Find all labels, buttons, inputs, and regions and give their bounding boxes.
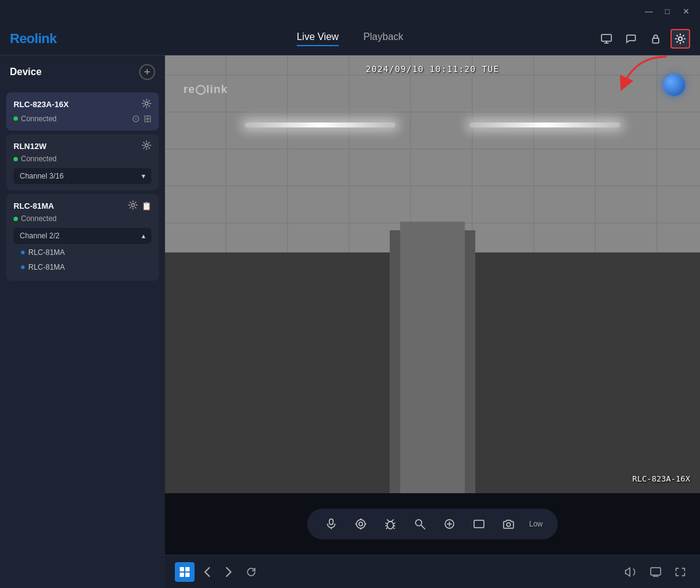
refresh-button[interactable] [241,562,261,582]
status-text: Connected [21,115,57,123]
focus-button[interactable] [440,515,459,533]
tab-live-view[interactable]: Live View [297,31,339,46]
svg-rect-29 [185,567,190,571]
channel-label: Channel 3/16 [20,172,63,180]
toggle-icon-2[interactable]: ⊞ [143,113,151,124]
monitor-icon-btn[interactable] [597,29,616,49]
svg-rect-1 [653,38,659,43]
light-bar-right [470,123,619,127]
svg-point-3 [145,102,148,105]
camera-timestamp: 2024/09/10 10:11:20 TUE [366,64,499,74]
header-actions [592,29,690,49]
status-row-2: Connected [14,155,151,163]
settings-icon-btn[interactable] [670,29,690,49]
chat-icon-btn[interactable] [621,29,641,49]
device-gear-icon-3[interactable] [128,200,138,212]
device-icon-3[interactable]: 📋 [142,201,151,211]
device-card-header: RLC-823A-16X [14,99,151,110]
zoom-button[interactable] [411,515,429,533]
device-status: Connected ⊙ ⊞ [14,113,151,124]
device-gear-icon-2[interactable] [142,140,151,152]
status-row-3: Connected [14,214,151,223]
close-button[interactable]: ✕ [677,4,695,18]
svg-rect-26 [474,520,484,528]
titlebar: — □ ✕ [0,0,700,22]
svg-point-5 [132,204,135,207]
next-button[interactable] [219,562,239,582]
camera-logo: relink [183,83,228,96]
light-bar-left [245,123,395,127]
sidebar-header: Device + [0,55,165,89]
bottom-right-controls [621,562,690,582]
quality-label[interactable]: Low [529,520,542,528]
display-button[interactable] [646,562,666,582]
app-logo: Reolink [10,31,108,47]
svg-point-9 [359,522,363,526]
channel-item-2[interactable]: RLC-81MA [14,260,151,275]
add-device-button[interactable]: + [139,64,155,80]
device-name-2: RLN12W [14,142,46,151]
bottom-toolbar [165,555,700,588]
device-card-rlc823a[interactable]: RLC-823A-16X Connected ⊙ ⊞ [6,92,159,131]
grid-view-button[interactable] [175,562,195,582]
svg-line-15 [385,523,387,524]
svg-line-16 [393,523,395,524]
channel-item-1[interactable]: RLC-81MA [14,245,151,260]
controls-bar: Low [165,493,700,555]
channel-list: RLC-81MA RLC-81MA [14,245,151,275]
svg-rect-32 [651,568,661,575]
lock-icon-btn[interactable] [646,29,666,49]
channel-name-1: RLC-81MA [28,248,65,257]
svg-rect-0 [601,34,611,41]
device-card-header-2: RLN12W [14,140,151,152]
controls-pill: Low [307,509,557,539]
ptz-button[interactable] [352,515,370,533]
channel-dot [21,251,25,254]
channel-dropdown-rlc81ma[interactable]: Channel 2/2 ▴ [14,228,151,244]
status-text-3: Connected [21,214,57,223]
status-dot-2 [14,157,18,161]
channel-label-2: Channel 2/2 [20,232,60,240]
status-row: Connected [14,115,57,123]
channel-name-2: RLC-81MA [28,263,65,272]
snapshot-button[interactable] [499,515,518,533]
camera-feed[interactable]: 2024/09/10 10:11:20 TUE relink RLC-823A-… [165,55,700,493]
tab-playback[interactable]: Playback [363,31,403,46]
channel-dropdown-rln12w[interactable]: Channel 3/16 ▾ [14,168,151,184]
device-name-3: RLC-81MA [14,201,54,211]
svg-point-4 [145,144,148,147]
detect-button[interactable] [381,515,400,533]
panel-right [470,252,700,493]
svg-line-20 [393,528,395,529]
svg-line-22 [421,525,425,529]
fullscreen-button[interactable] [670,562,690,582]
svg-point-2 [678,37,682,41]
blue-circle-indicator [663,74,685,96]
svg-point-14 [387,522,393,529]
device-gear-icon[interactable] [142,99,151,110]
camera-device-id: RLC-823A-16X [632,474,690,483]
svg-point-27 [507,523,510,526]
minimize-button[interactable]: — [640,4,658,18]
svg-point-8 [356,520,365,528]
clip-button[interactable] [470,515,488,533]
mic-button[interactable] [322,515,340,533]
device-card-header-3: RLC-81MA 📋 [14,200,151,212]
panel-left [165,252,395,493]
svg-rect-28 [180,567,184,571]
volume-button[interactable] [621,562,641,582]
status-dot [14,116,18,121]
prev-button[interactable] [197,562,217,582]
device-card-rlc81ma[interactable]: RLC-81MA 📋 Connected Channel 2/2 ▴ [6,194,159,281]
maximize-button[interactable]: □ [658,4,677,18]
svg-line-19 [386,528,387,529]
content-area: 2024/09/10 10:11:20 TUE relink RLC-823A-… [165,55,700,588]
device-card-rln12w[interactable]: RLN12W Connected Channel 3/16 ▾ [6,134,159,190]
panel-center [400,222,464,493]
status-text-2: Connected [21,155,57,163]
chevron-down-icon: ▾ [142,172,145,180]
device-name: RLC-823A-16X [14,100,69,109]
chevron-up-icon: ▴ [142,232,145,240]
toggle-icon-1[interactable]: ⊙ [132,113,140,124]
sidebar: Device + RLC-823A-16X Connected ⊙ ⊞ [0,55,165,588]
